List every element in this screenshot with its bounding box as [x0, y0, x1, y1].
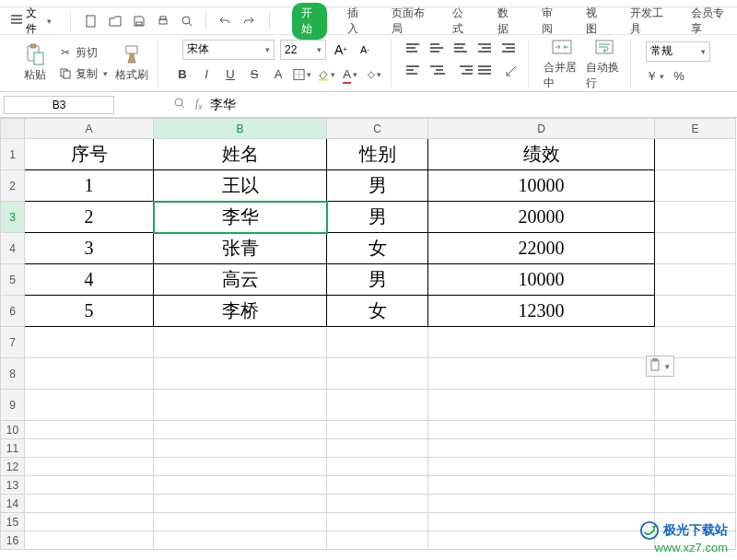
- cell-B6[interactable]: 李桥: [154, 296, 327, 327]
- increase-font-button[interactable]: A+: [332, 41, 350, 59]
- tab-pagelayout[interactable]: 页面布局: [384, 2, 432, 41]
- cell-A10[interactable]: [25, 421, 154, 439]
- open-icon[interactable]: [108, 14, 123, 29]
- cell-A5[interactable]: 4: [25, 264, 154, 296]
- row-header-2[interactable]: 2: [1, 170, 25, 202]
- cell-B13[interactable]: [154, 476, 327, 495]
- cell-A6[interactable]: 5: [25, 296, 154, 327]
- underline-button[interactable]: U: [221, 65, 240, 84]
- zoom-icon[interactable]: [173, 97, 186, 112]
- align-bottom-button[interactable]: [454, 40, 473, 56]
- row-header-7[interactable]: 7: [1, 327, 25, 358]
- cell-C12[interactable]: [327, 458, 428, 476]
- cell-D13[interactable]: [428, 476, 655, 495]
- cut-button[interactable]: ✂ 剪切: [59, 45, 108, 61]
- percent-button[interactable]: %: [670, 67, 688, 86]
- tab-start[interactable]: 开始: [292, 3, 327, 40]
- spreadsheet[interactable]: A B C D E 1 序号 姓名 性别 绩效 2 1 王以 男 10000 3…: [0, 118, 737, 550]
- cell-E9[interactable]: [655, 390, 736, 421]
- row-header-4[interactable]: 4: [1, 233, 25, 264]
- cell-A4[interactable]: 3: [25, 233, 154, 264]
- cell-B5[interactable]: 高云: [154, 264, 327, 296]
- cell-E2[interactable]: [655, 170, 736, 202]
- align-left-button[interactable]: [406, 62, 425, 78]
- copy-button[interactable]: 复制 ▾: [59, 66, 108, 82]
- row-header-11[interactable]: 11: [1, 439, 25, 458]
- tab-review[interactable]: 审阅: [534, 2, 566, 41]
- cell-C15[interactable]: [327, 513, 428, 531]
- cell-C7[interactable]: [327, 327, 428, 358]
- justify-button[interactable]: [478, 62, 497, 78]
- cell-E7[interactable]: [655, 327, 736, 358]
- phonetic-button[interactable]: ◇ ▾: [365, 65, 383, 84]
- tab-devtools[interactable]: 开发工具: [623, 2, 671, 41]
- print-icon[interactable]: [156, 14, 170, 29]
- cell-A1[interactable]: 序号: [25, 139, 154, 170]
- cell-A9[interactable]: [25, 390, 154, 421]
- cell-A11[interactable]: [25, 439, 154, 458]
- indent-decrease-button[interactable]: [478, 40, 497, 56]
- cell-D4[interactable]: 22000: [428, 233, 655, 264]
- formatpainter-button[interactable]: 格式刷: [113, 43, 150, 83]
- row-header-12[interactable]: 12: [1, 458, 25, 476]
- fontname-select[interactable]: 宋体 ▾: [182, 40, 275, 60]
- typography-button[interactable]: A: [269, 65, 287, 84]
- cell-B8[interactable]: [154, 358, 327, 390]
- print-preview-icon[interactable]: [180, 14, 194, 29]
- row-header-13[interactable]: 13: [1, 476, 25, 495]
- cell-A13[interactable]: [25, 476, 154, 495]
- cell-E5[interactable]: [655, 264, 736, 296]
- cell-C1[interactable]: 性别: [327, 139, 428, 170]
- cell-C16[interactable]: [327, 531, 428, 550]
- cell-A16[interactable]: [25, 531, 154, 550]
- cell-B9[interactable]: [154, 390, 327, 421]
- save-icon[interactable]: [132, 14, 146, 29]
- cell-D14[interactable]: [428, 495, 655, 513]
- cell-D6[interactable]: 12300: [428, 296, 655, 327]
- currency-button[interactable]: ￥▾: [646, 67, 664, 86]
- number-format-select[interactable]: 常规 ▾: [646, 41, 710, 62]
- orientation-button[interactable]: [502, 62, 521, 80]
- cell-E4[interactable]: [655, 233, 736, 264]
- row-header-10[interactable]: 10: [1, 421, 25, 439]
- new-icon[interactable]: [84, 14, 99, 29]
- col-header-E[interactable]: E: [655, 119, 736, 139]
- cell-D16[interactable]: [428, 531, 655, 550]
- cell-B11[interactable]: [154, 439, 327, 458]
- row-header-16[interactable]: 16: [1, 531, 25, 550]
- italic-button[interactable]: I: [197, 65, 216, 84]
- cell-D12[interactable]: [428, 458, 655, 476]
- cell-C10[interactable]: [327, 421, 428, 439]
- row-header-14[interactable]: 14: [1, 495, 25, 513]
- cell-C3[interactable]: 男: [327, 202, 428, 233]
- cell-D5[interactable]: 10000: [428, 264, 655, 296]
- fx-icon[interactable]: fx: [195, 97, 203, 111]
- row-header-8[interactable]: 8: [1, 358, 25, 390]
- row-header-15[interactable]: 15: [1, 513, 25, 531]
- cell-B2[interactable]: 王以: [154, 170, 327, 202]
- align-right-button[interactable]: [454, 62, 473, 78]
- cell-C13[interactable]: [327, 476, 428, 495]
- borders-button[interactable]: ▾: [293, 65, 311, 84]
- cell-B15[interactable]: [154, 513, 327, 531]
- tab-member[interactable]: 会员专享: [684, 2, 731, 41]
- cell-D8[interactable]: [428, 358, 655, 390]
- align-middle-button[interactable]: [430, 40, 449, 56]
- paste-button[interactable]: 粘贴: [17, 43, 53, 83]
- cell-C5[interactable]: 男: [327, 264, 428, 296]
- merge-button[interactable]: 合并居中: [544, 36, 580, 91]
- select-all-corner[interactable]: [1, 119, 25, 139]
- cell-D15[interactable]: [428, 513, 655, 531]
- cell-E10[interactable]: [655, 421, 736, 439]
- cell-A12[interactable]: [25, 458, 154, 476]
- cell-C9[interactable]: [327, 390, 428, 421]
- align-top-button[interactable]: [406, 40, 425, 56]
- col-header-B[interactable]: B: [154, 119, 327, 139]
- cell-D2[interactable]: 10000: [428, 170, 655, 202]
- cell-D7[interactable]: [428, 327, 655, 358]
- cell-C11[interactable]: [327, 439, 428, 458]
- col-header-C[interactable]: C: [327, 119, 428, 139]
- cell-D9[interactable]: [428, 390, 655, 421]
- cell-B16[interactable]: [154, 531, 327, 550]
- cell-B4[interactable]: 张青: [154, 233, 327, 264]
